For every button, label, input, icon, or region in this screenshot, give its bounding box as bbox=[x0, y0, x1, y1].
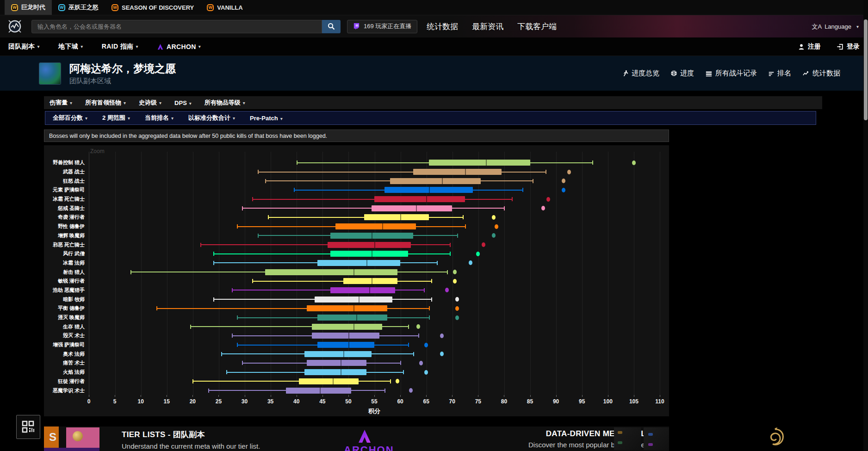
median-line bbox=[442, 178, 443, 184]
widget-grid-button[interactable] bbox=[16, 415, 40, 439]
boxplot-row: 火焰 法师 bbox=[44, 368, 669, 377]
register-button[interactable]: 注册 bbox=[798, 43, 821, 51]
top-link-2[interactable]: 下载客户端 bbox=[517, 21, 557, 32]
game-version-tab-0[interactable]: W巨龙时代 bbox=[5, 0, 52, 15]
raid-link-0[interactable]: 进度总览 bbox=[622, 69, 659, 78]
boxplot-plot-area bbox=[89, 213, 660, 222]
nav-item-1[interactable]: 地下城 bbox=[58, 43, 83, 51]
top-link-0[interactable]: 统计数据 bbox=[427, 21, 458, 32]
nav-item-label: ARCHON bbox=[167, 43, 196, 50]
x-tick-mark bbox=[660, 395, 660, 397]
promo-banner[interactable]: S TIER LISTS - 团队副本 Understand the curre… bbox=[44, 426, 669, 451]
whisker-cap-low bbox=[213, 297, 214, 302]
boxplot-row: 恶魔学识 术士 bbox=[44, 386, 669, 395]
ranking-icon bbox=[768, 70, 775, 77]
tier-badge-s: S bbox=[44, 426, 59, 448]
login-button[interactable]: 登录 bbox=[837, 43, 860, 51]
search-button[interactable] bbox=[322, 20, 341, 33]
x-tick-label: 85 bbox=[527, 398, 533, 405]
spec-label: 浩劫 恶魔猎手 bbox=[44, 288, 89, 293]
x-tick-label: 45 bbox=[319, 398, 325, 405]
filter-dropdown-2[interactable]: 史诗级 bbox=[139, 99, 161, 107]
filter-dropdown-3[interactable]: DPS bbox=[174, 99, 192, 106]
raid-header: 阿梅达希尔，梦境之愿 团队副本区域 进度总览进度所有战斗记录排名统计数据 bbox=[0, 56, 868, 91]
whisker-cap-low bbox=[232, 334, 233, 338]
filter-dropdown-1[interactable]: 所有首领怪物 bbox=[85, 99, 126, 107]
boxplot-row: 射击 猎人 bbox=[44, 267, 669, 277]
box-iqr bbox=[364, 214, 429, 220]
x-tick-label: 35 bbox=[267, 398, 273, 405]
whisker-cap-low bbox=[268, 215, 269, 219]
box-iqr bbox=[286, 388, 351, 394]
outlier-dot bbox=[632, 161, 636, 165]
raid-link-1[interactable]: 进度 bbox=[670, 69, 694, 78]
nav-item-3[interactable]: ARCHON bbox=[157, 43, 201, 51]
raid-link-4[interactable]: 统计数据 bbox=[802, 69, 840, 78]
box-iqr bbox=[265, 269, 397, 275]
spec-label: 惩戒 圣骑士 bbox=[44, 206, 89, 211]
qr-code-icon bbox=[21, 420, 35, 434]
subfilter-dropdown-2[interactable]: 当前排名 bbox=[145, 114, 174, 122]
filter-dropdown-0[interactable]: 伤害量 bbox=[50, 99, 72, 107]
twitch-live-badge[interactable]: 169 玩家正在直播 bbox=[347, 20, 417, 33]
x-tick-label: 5 bbox=[113, 398, 117, 405]
scrollbar[interactable] bbox=[863, 0, 868, 451]
subfilter-dropdown-4[interactable]: Pre-Patch bbox=[250, 115, 283, 122]
nav-item-0[interactable]: 团队副本 bbox=[8, 43, 40, 51]
boxplot-plot-area bbox=[89, 358, 660, 368]
outlier-dot bbox=[562, 188, 565, 192]
boxplot-plot-area bbox=[89, 322, 660, 331]
filter-bar-secondary: 全部百分数2 周范围当前排名以标准分数合计Pre-Patch bbox=[45, 111, 816, 125]
whisker-cap-low bbox=[242, 206, 243, 210]
raid-link-3[interactable]: 排名 bbox=[768, 69, 791, 78]
x-tick-label: 105 bbox=[629, 398, 639, 405]
spec-label: 增强 萨满祭司 bbox=[44, 342, 89, 347]
median-line bbox=[372, 251, 372, 257]
scrollbar-thumb[interactable] bbox=[864, 19, 868, 120]
filter-dropdown-4[interactable]: 所有物品等级 bbox=[205, 99, 245, 107]
outlier-dot bbox=[562, 179, 565, 183]
box-iqr bbox=[390, 178, 481, 184]
whisker-cap-low bbox=[237, 343, 238, 347]
boxplot-row: 冰霜 死亡骑士 bbox=[44, 195, 669, 204]
game-version-tab-2[interactable]: WSEASON OF DISCOVERY bbox=[105, 0, 200, 15]
outlier-dot bbox=[495, 224, 498, 229]
search-input[interactable] bbox=[31, 20, 322, 33]
subfilter-dropdown-1[interactable]: 2 周范围 bbox=[102, 114, 130, 122]
outlier-dot bbox=[453, 279, 457, 284]
raid-link-2[interactable]: 所有战斗记录 bbox=[705, 69, 757, 78]
x-tick-mark bbox=[348, 395, 349, 397]
x-tick-label: 15 bbox=[164, 398, 170, 405]
median-line bbox=[374, 242, 375, 248]
x-tick-label: 80 bbox=[501, 398, 507, 405]
game-version-tab-1[interactable]: W巫妖王之怒 bbox=[52, 0, 105, 15]
nav-item-2[interactable]: RAID 指南 bbox=[102, 43, 138, 51]
box-iqr bbox=[304, 351, 372, 357]
spec-label: 狂徒 潜行者 bbox=[44, 379, 89, 384]
game-version-tab-3[interactable]: WVANILLA bbox=[200, 0, 249, 15]
boxplot-plot-area bbox=[89, 340, 660, 350]
boxplot-row: 野兽控制 猎人 bbox=[44, 158, 669, 167]
box-iqr bbox=[307, 360, 366, 366]
x-tick-label: 90 bbox=[553, 398, 559, 405]
subfilter-dropdown-3[interactable]: 以标准分数合计 bbox=[188, 114, 235, 122]
box-iqr bbox=[317, 315, 387, 321]
top-links: 统计数据最新资讯下载客户端 bbox=[427, 21, 557, 32]
language-selector[interactable]: 文A Language bbox=[812, 15, 859, 38]
x-tick-label: 55 bbox=[371, 398, 377, 405]
median-line bbox=[343, 351, 344, 357]
box-iqr bbox=[317, 260, 400, 266]
warcraftlogs-logo-icon[interactable] bbox=[6, 18, 23, 35]
boxplot-plot-area bbox=[89, 386, 660, 395]
x-tick-mark bbox=[634, 395, 634, 397]
box-iqr bbox=[312, 324, 382, 330]
top-link-1[interactable]: 最新资讯 bbox=[472, 21, 503, 32]
boxplot-plot-area bbox=[89, 349, 660, 358]
subfilter-dropdown-0[interactable]: 全部百分数 bbox=[53, 114, 87, 122]
x-tick-label: 0 bbox=[87, 398, 91, 405]
median-line bbox=[356, 315, 357, 321]
x-tick-mark bbox=[530, 395, 531, 397]
whisker-cap-high bbox=[390, 379, 391, 383]
median-line bbox=[341, 369, 341, 375]
register-label: 注册 bbox=[808, 43, 821, 51]
